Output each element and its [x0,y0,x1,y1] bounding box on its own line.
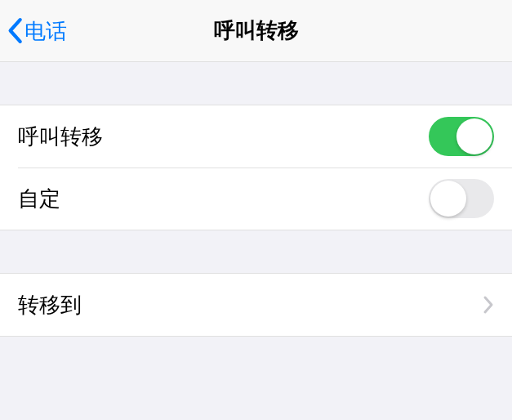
section-spacer [0,62,512,105]
row-call-forward: 呼叫转移 [0,105,512,168]
switch-knob [456,118,492,154]
row-label-forward-to: 转移到 [18,291,82,319]
back-button[interactable]: 电话 [7,16,67,45]
switch-custom[interactable] [429,179,494,218]
page-title: 呼叫转移 [214,16,299,45]
back-label: 电话 [24,16,67,45]
switch-call-forward[interactable] [429,117,494,156]
settings-group-1: 呼叫转移 自定 [0,105,512,230]
section-spacer [0,230,512,273]
row-label-custom: 自定 [18,185,60,213]
chevron-right-icon [483,295,494,315]
switch-knob [430,181,466,217]
chevron-left-icon [7,18,23,44]
row-forward-to[interactable]: 转移到 [0,274,512,336]
row-label-call-forward: 呼叫转移 [18,123,103,151]
row-custom: 自定 [0,168,512,230]
navigation-bar: 电话 呼叫转移 [0,0,512,62]
settings-group-2: 转移到 [0,273,512,337]
